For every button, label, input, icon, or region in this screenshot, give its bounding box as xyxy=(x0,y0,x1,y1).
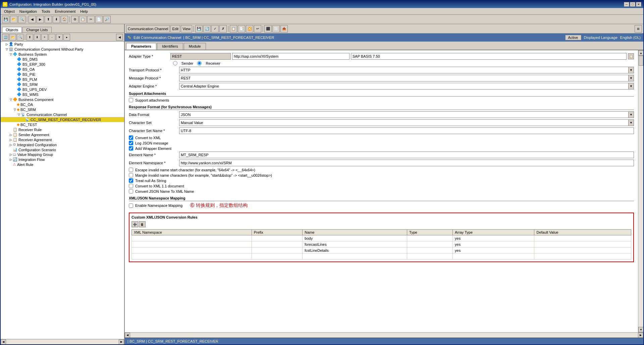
tree-toggle-party[interactable]: ▷ xyxy=(5,43,9,46)
menu-comm-channel[interactable]: Communication Channel xyxy=(126,25,170,33)
minimize-button[interactable]: ─ xyxy=(624,2,629,7)
convert-json-name-checkbox[interactable] xyxy=(129,189,133,193)
convert-xml11-checkbox[interactable] xyxy=(129,184,133,188)
left-toolbar-up[interactable]: ⬆ xyxy=(26,34,33,41)
transport-protocol-arrow[interactable]: ▼ xyxy=(629,67,634,73)
tree-item-bc-srm[interactable]: ▽ ◆ BC_SRM xyxy=(1,107,124,112)
toolbar-btn-13[interactable]: 🔎 xyxy=(103,16,111,23)
tab-parameters[interactable]: Parameters xyxy=(126,43,156,50)
left-toolbar-new[interactable]: 🆕 xyxy=(2,34,9,41)
tree-item-bs-pie[interactable]: 🔷 BS_PIE xyxy=(1,72,124,77)
menu-navigation[interactable]: Navigation xyxy=(17,9,39,14)
tree-item-config-scenario[interactable]: 📊 Configuration Scenario xyxy=(1,147,124,152)
tree-item-cc-forecast[interactable]: 📡 CC_SRM_REST_FORECAST_RECEIVER xyxy=(1,117,124,122)
right-toolbar-btn3[interactable]: ✓ xyxy=(211,25,219,33)
menu-help[interactable]: Help xyxy=(78,9,90,14)
tree-toggle-ra[interactable]: ▷ xyxy=(9,138,13,141)
scroll-up-btn[interactable]: ▲ xyxy=(638,50,643,56)
right-toolbar-btn7[interactable]: 🔀 xyxy=(246,25,253,33)
toolbar-btn-7[interactable]: ⬇ xyxy=(53,16,60,23)
right-toolbar-btn10[interactable]: ⬜ xyxy=(272,25,280,33)
left-toolbar-more[interactable]: ▸ xyxy=(63,34,70,41)
tree-item-bs-plm[interactable]: 🔷 BS_PLM xyxy=(1,77,124,82)
right-toolbar-btn4[interactable]: ✗ xyxy=(219,25,227,33)
data-format-arrow[interactable]: ▼ xyxy=(629,111,634,118)
copy-btn[interactable]: 📋 xyxy=(628,53,634,59)
log-json-checkbox[interactable] xyxy=(129,141,133,145)
table-add-btn[interactable]: ➕ xyxy=(131,221,138,227)
tree-item-bc-test[interactable]: ◆ BC_TEST xyxy=(1,122,124,127)
scroll-left-btn[interactable]: ◀ xyxy=(1,339,6,345)
right-toolbar-refresh[interactable]: 🔄 xyxy=(203,25,211,33)
right-toolbar-expand[interactable]: ⊞ xyxy=(635,25,642,33)
data-format-select[interactable]: JSON xyxy=(179,111,629,118)
menu-tools[interactable]: Tools xyxy=(40,9,52,14)
tree-toggle-if[interactable]: ▷ xyxy=(9,158,13,161)
tree-item-sender-agreement[interactable]: ▷ 📋 Sender Agreement xyxy=(1,132,124,137)
toolbar-btn-11[interactable]: ✂ xyxy=(87,16,95,23)
message-protocol-arrow[interactable]: ▼ xyxy=(629,75,634,81)
character-set-name-input[interactable] xyxy=(179,127,634,134)
tree-item-bs-erp[interactable]: 🔷 BS_ERP_300 xyxy=(1,62,124,67)
menu-view[interactable]: View xyxy=(181,25,192,33)
toolbar-btn-1[interactable]: 💾 xyxy=(2,16,9,23)
toolbar-btn-9[interactable]: ⚙ xyxy=(71,16,78,23)
tree-item-comm-channel[interactable]: ▽ 📡 Communication Channel xyxy=(1,112,124,117)
left-toolbar-collapse-panel[interactable]: ◀ xyxy=(116,34,123,41)
left-toolbar-expand[interactable]: + xyxy=(41,34,48,41)
tree-toggle-vm[interactable]: ▷ xyxy=(9,153,13,156)
left-toolbar-search[interactable]: 🔍 xyxy=(17,34,23,41)
treat-null-checkbox[interactable] xyxy=(129,178,133,183)
tree-item-bs-dms[interactable]: 🔷 BS_DMS xyxy=(1,57,124,62)
menu-environment[interactable]: Environment xyxy=(53,9,77,14)
tree-item-value-mapping[interactable]: ▷ 🗂 Value Mapping Group xyxy=(1,152,124,157)
tree-item-bs-ups[interactable]: 🔷 BS_UPS_DEV xyxy=(1,87,124,92)
adapter-url-input[interactable] xyxy=(232,53,350,60)
tree-item-receiver-rule[interactable]: 📋 Receiver Rule xyxy=(1,127,124,132)
tree-toggle-bc-srm[interactable]: ▽ xyxy=(13,108,17,111)
tab-module[interactable]: Module xyxy=(184,43,206,50)
tab-objects[interactable]: Objects xyxy=(2,27,22,33)
scroll-down-btn[interactable]: ▼ xyxy=(638,327,643,332)
right-toolbar-btn8[interactable]: ↩ xyxy=(254,25,261,33)
element-namespace-input[interactable] xyxy=(179,160,634,166)
tree-toggle-cc[interactable]: ▽ xyxy=(17,113,21,116)
right-toolbar-save[interactable]: 💾 xyxy=(195,25,203,33)
enable-namespace-checkbox[interactable] xyxy=(129,204,133,208)
adapter-basis-input[interactable] xyxy=(351,53,627,60)
restore-button[interactable]: □ xyxy=(630,2,635,7)
mangle-invalid-checkbox[interactable] xyxy=(129,173,133,177)
right-toolbar-btn6[interactable]: 📑 xyxy=(238,25,245,33)
tree-item-receiver-agreement[interactable]: ▷ 📋 Receiver Agreement xyxy=(1,137,124,142)
left-toolbar-filter[interactable]: ▼ xyxy=(56,34,63,41)
adapter-engine-select[interactable]: Central Adapter Engine xyxy=(179,83,629,90)
toolbar-btn-2[interactable]: 📂 xyxy=(10,16,17,23)
left-toolbar-down[interactable]: ⬇ xyxy=(34,34,41,41)
tree-item-bc-oa[interactable]: ◆ BC_OA xyxy=(1,102,124,107)
menu-edit[interactable]: Edit xyxy=(170,25,180,33)
toolbar-btn-3[interactable]: 🔍 xyxy=(18,16,25,23)
tree-item-business-system[interactable]: ▽ 💠 Business System xyxy=(1,52,124,57)
tree-item-business-component[interactable]: ▽ 🔶 Business Component xyxy=(1,97,124,102)
scroll-left-right-btn[interactable]: ◀ xyxy=(125,333,130,338)
tree-item-bs-srm[interactable]: 🔷 BS_SRM xyxy=(1,82,124,87)
tree-item-bs-wms[interactable]: 🔷 BS_WMS xyxy=(1,92,124,97)
tree-item-comm-comp[interactable]: ▽ 🏢 Communication Component Without Part… xyxy=(1,47,124,52)
tree-toggle-bs[interactable]: ▽ xyxy=(9,53,13,56)
toolbar-btn-5[interactable]: ▶ xyxy=(37,16,44,23)
menu-object[interactable]: Object xyxy=(2,9,17,14)
tab-change-lists[interactable]: Change Lists xyxy=(22,27,51,33)
transport-protocol-select[interactable]: HTTP xyxy=(179,67,629,73)
sender-radio[interactable] xyxy=(173,61,177,65)
message-protocol-select[interactable]: REST xyxy=(179,75,629,81)
character-set-select[interactable]: Manual Value xyxy=(179,119,629,126)
scroll-right-btn[interactable]: ▶ xyxy=(119,339,124,345)
character-set-arrow[interactable]: ▼ xyxy=(629,119,634,126)
scroll-right-right-btn[interactable]: ▶ xyxy=(638,333,643,338)
right-toolbar-btn5[interactable]: 📋 xyxy=(230,25,237,33)
tree-item-alert-rule[interactable]: ⚠ Alert Rule xyxy=(1,162,124,167)
tree-item-party[interactable]: ▷ 👤 Party xyxy=(1,42,124,47)
adapter-type-input[interactable] xyxy=(170,53,231,60)
toolbar-btn-12[interactable]: 📄 xyxy=(95,16,103,23)
support-attachments-checkbox[interactable] xyxy=(129,98,133,102)
